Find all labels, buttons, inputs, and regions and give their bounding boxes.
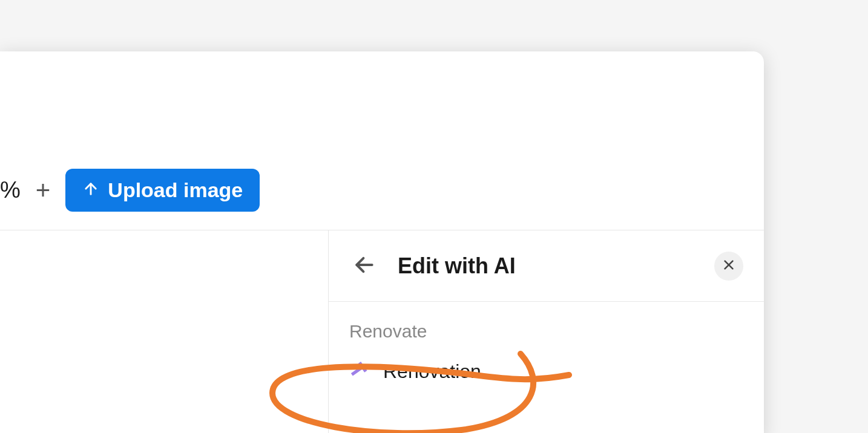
arrow-left-icon [353, 253, 376, 278]
upload-image-button[interactable]: Upload image [65, 169, 260, 212]
back-button[interactable] [349, 250, 380, 282]
close-button[interactable] [714, 252, 743, 281]
toolbar-content: % + Upload image [0, 169, 260, 212]
edit-ai-panel: Edit with AI Renovate Renovatio [328, 230, 764, 433]
plus-icon: + [36, 176, 51, 204]
zoom-percent-suffix: % [0, 177, 21, 203]
panel-body: Renovate Renovation [329, 302, 764, 406]
menu-item-renovation[interactable]: Renovation [349, 356, 481, 387]
hammer-icon [349, 360, 371, 383]
zoom-in-button[interactable]: + [33, 178, 54, 203]
panel-title: Edit with AI [398, 253, 714, 279]
panel-header: Edit with AI [329, 230, 764, 302]
close-icon [722, 258, 735, 273]
upload-arrow-icon [82, 178, 99, 202]
section-label-renovate: Renovate [349, 321, 743, 342]
upload-button-label: Upload image [108, 178, 243, 202]
menu-item-label: Renovation [383, 360, 481, 383]
toolbar: % + Upload image [0, 51, 764, 230]
main-card: % + Upload image [0, 51, 764, 433]
